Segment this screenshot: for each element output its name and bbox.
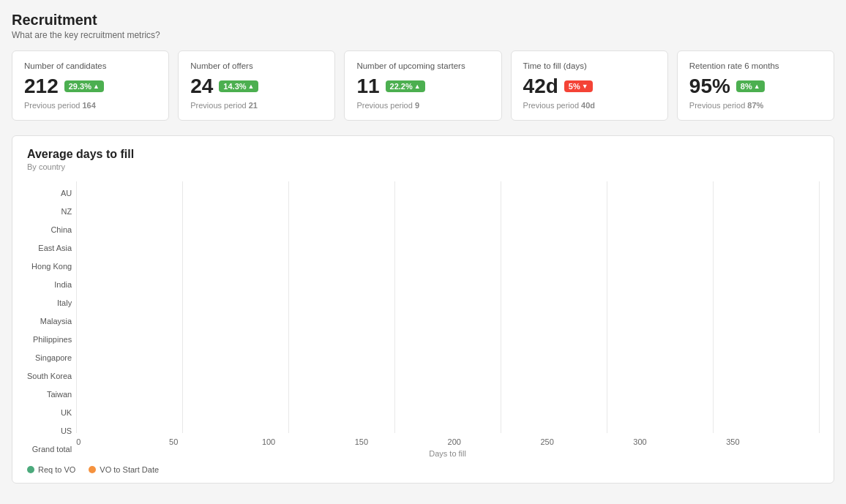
bar-row-12 bbox=[76, 383, 819, 399]
kpi-label-0: Number of candidates bbox=[24, 61, 157, 70]
kpi-value-0: 212 bbox=[24, 75, 59, 98]
chart-inner: 050100150200250300350 Days to fill bbox=[76, 181, 819, 458]
kpi-card-1: Number of offers 24 14.3% Previous perio… bbox=[178, 50, 335, 121]
y-label-13: US bbox=[27, 421, 72, 440]
chart-legend: Req to VO VO to Start Date bbox=[27, 465, 819, 474]
kpi-badge-0: 29.3% bbox=[64, 80, 104, 92]
bar-row-10 bbox=[76, 350, 819, 366]
x-axis: 050100150200250300350 bbox=[76, 437, 819, 446]
x-tick-300: 300 bbox=[633, 437, 726, 446]
bar-row-8 bbox=[76, 316, 819, 332]
kpi-prev-2: Previous period 9 bbox=[356, 101, 489, 110]
x-tick-200: 200 bbox=[448, 437, 541, 446]
kpi-label-2: Number of upcoming starters bbox=[356, 61, 489, 70]
kpi-value-row-4: 95% 8% bbox=[689, 75, 822, 98]
y-label-3: East Asia bbox=[27, 239, 72, 257]
y-label-9: Singapore bbox=[27, 348, 72, 366]
y-label-1: NZ bbox=[27, 203, 72, 221]
kpi-value-1: 24 bbox=[190, 75, 213, 98]
kpi-label-4: Retention rate 6 months bbox=[689, 61, 822, 70]
legend-green: Req to VO bbox=[27, 465, 75, 474]
kpi-badge-2: 22.2% bbox=[386, 80, 425, 92]
legend-green-dot bbox=[27, 466, 34, 473]
kpi-prev-0: Previous period 164 bbox=[24, 101, 157, 110]
bar-row-0 bbox=[76, 181, 819, 198]
kpi-row: Number of candidates 212 29.3% Previous … bbox=[12, 50, 834, 121]
kpi-badge-4: 8% bbox=[736, 80, 765, 92]
page-subtitle: What are the key recruitment metrics? bbox=[12, 30, 834, 40]
y-label-7: Malaysia bbox=[27, 312, 72, 331]
legend-orange-label: VO to Start Date bbox=[100, 465, 159, 474]
kpi-badge-1: 14.3% bbox=[219, 80, 258, 92]
y-label-2: China bbox=[27, 221, 72, 239]
legend-orange: VO to Start Date bbox=[89, 465, 159, 474]
chart-subtitle: By country bbox=[27, 162, 819, 171]
y-label-11: Taiwan bbox=[27, 385, 72, 403]
chart-section: Average days to fill By country AUNZChin… bbox=[12, 135, 834, 484]
legend-green-label: Req to VO bbox=[38, 465, 75, 474]
kpi-value-row-1: 24 14.3% bbox=[190, 75, 323, 98]
y-label-12: UK bbox=[27, 403, 72, 421]
bar-row-7 bbox=[76, 299, 819, 315]
bar-row-9 bbox=[76, 333, 819, 349]
bar-row-3 bbox=[76, 232, 819, 248]
y-label-14: Grand total bbox=[27, 440, 72, 458]
kpi-value-row-3: 42d 5% bbox=[523, 75, 656, 98]
kpi-value-row-2: 11 22.2% bbox=[356, 75, 489, 98]
kpi-value-2: 11 bbox=[356, 75, 379, 98]
x-tick-350: 350 bbox=[726, 437, 819, 446]
bar-row-11 bbox=[76, 366, 819, 383]
page-title: Recruitment bbox=[12, 12, 834, 29]
kpi-value-3: 42d bbox=[523, 75, 558, 98]
kpi-value-row-0: 212 29.3% bbox=[24, 75, 157, 98]
page-container: Recruitment What are the key recruitment… bbox=[0, 0, 846, 495]
bars-container bbox=[76, 181, 819, 433]
x-tick-250: 250 bbox=[540, 437, 633, 446]
bar-row-14 bbox=[76, 417, 819, 433]
bar-row-2 bbox=[76, 215, 819, 231]
y-label-8: Philippines bbox=[27, 331, 72, 349]
bar-row-5 bbox=[76, 266, 819, 282]
x-tick-50: 50 bbox=[169, 437, 262, 446]
kpi-badge-3: 5% bbox=[564, 80, 593, 92]
kpi-prev-3: Previous period 40d bbox=[523, 101, 656, 110]
kpi-label-1: Number of offers bbox=[190, 61, 323, 70]
y-label-0: AU bbox=[27, 184, 72, 203]
chart-area: AUNZChinaEast AsiaHong KongIndiaItalyMal… bbox=[27, 181, 819, 458]
bar-row-13 bbox=[76, 400, 819, 416]
chart-title: Average days to fill bbox=[27, 148, 819, 161]
y-label-5: India bbox=[27, 276, 72, 294]
y-label-4: Hong Kong bbox=[27, 257, 72, 276]
kpi-prev-4: Previous period 87% bbox=[689, 101, 822, 110]
kpi-label-3: Time to fill (days) bbox=[523, 61, 656, 70]
bar-row-6 bbox=[76, 282, 819, 298]
grid-line-350 bbox=[819, 181, 820, 433]
kpi-card-2: Number of upcoming starters 11 22.2% Pre… bbox=[344, 50, 501, 121]
legend-orange-dot bbox=[89, 466, 96, 473]
x-axis-label: Days to fill bbox=[76, 449, 819, 458]
kpi-prev-1: Previous period 21 bbox=[190, 101, 323, 110]
bar-row-4 bbox=[76, 249, 819, 265]
x-tick-150: 150 bbox=[355, 437, 448, 446]
kpi-card-4: Retention rate 6 months 95% 8% Previous … bbox=[677, 50, 834, 121]
x-tick-0: 0 bbox=[76, 437, 169, 446]
y-labels: AUNZChinaEast AsiaHong KongIndiaItalyMal… bbox=[27, 181, 72, 458]
y-label-6: Italy bbox=[27, 294, 72, 312]
kpi-card-3: Time to fill (days) 42d 5% Previous peri… bbox=[511, 50, 668, 121]
kpi-card-0: Number of candidates 212 29.3% Previous … bbox=[12, 50, 169, 121]
x-tick-100: 100 bbox=[262, 437, 355, 446]
bar-row-1 bbox=[76, 198, 819, 214]
kpi-value-4: 95% bbox=[689, 75, 730, 98]
y-label-10: South Korea bbox=[27, 366, 72, 385]
